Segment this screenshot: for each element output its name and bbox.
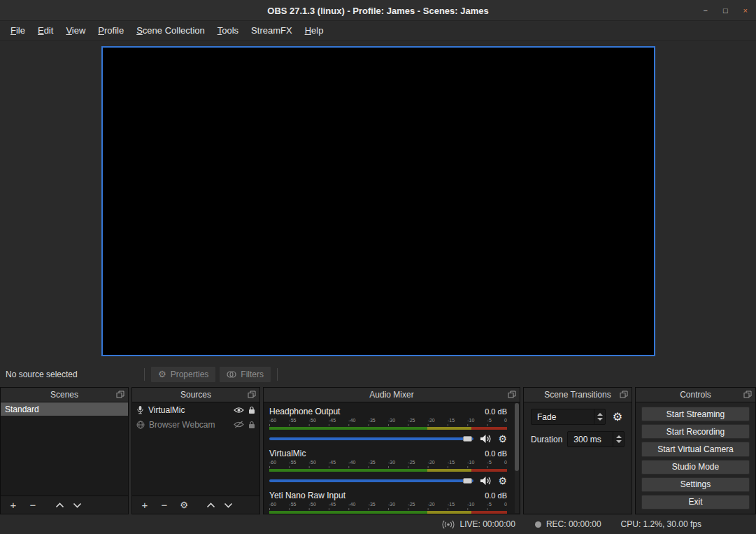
scene-transitions-dock-header[interactable]: Scene Transitions	[524, 388, 632, 402]
source-properties-gear-icon[interactable]: ⚙	[178, 500, 190, 510]
volume-slider[interactable]	[269, 433, 473, 445]
settings-button[interactable]: Settings	[641, 477, 750, 492]
lock-icon[interactable]	[248, 421, 255, 429]
source-item-browser-webcam[interactable]: Browser Webcam	[132, 417, 259, 432]
menu-tools[interactable]: Tools	[211, 22, 245, 39]
microphone-icon	[136, 405, 144, 414]
menu-bar: File Edit View Profile Scene Collection …	[0, 21, 756, 41]
scene-item-standard[interactable]: Standard	[1, 402, 128, 416]
minimize-icon[interactable]: −	[703, 7, 707, 15]
cpu-fps-stats: CPU: 1.2%, 30.00 fps	[621, 519, 701, 529]
menu-scene-collection[interactable]: Scene Collection	[130, 22, 211, 39]
scene-transitions-dock: Scene Transitions Fade ⚙	[523, 387, 632, 514]
menu-edit[interactable]: Edit	[31, 22, 59, 39]
menu-help[interactable]: Help	[299, 22, 330, 39]
popout-icon[interactable]	[508, 391, 516, 398]
sources-dock-header[interactable]: Sources	[132, 388, 259, 402]
transition-selected-value: Fade	[537, 412, 556, 422]
duration-spinbox[interactable]: 300 ms	[567, 431, 625, 447]
scenes-dock-header[interactable]: Scenes	[1, 388, 128, 402]
volume-slider-handle[interactable]	[463, 478, 472, 484]
volume-meter	[269, 427, 507, 430]
source-item-virtualmic[interactable]: VirtualMic	[132, 402, 259, 417]
menu-profile[interactable]: Profile	[92, 22, 130, 39]
exit-button[interactable]: Exit	[641, 495, 750, 510]
add-scene-icon[interactable]: +	[8, 500, 19, 510]
speaker-icon[interactable]	[480, 476, 492, 486]
volume-slider[interactable]	[269, 475, 473, 487]
popout-icon[interactable]	[116, 391, 124, 398]
toolbar-separator	[277, 368, 278, 381]
mixer-channel-virtualmic: VirtualMic 0.0 dB -60-55-50-45-40-35-30-…	[264, 447, 514, 489]
scene-name: Standard	[5, 405, 39, 414]
channel-name: VirtualMic	[269, 449, 306, 458]
popout-icon[interactable]	[620, 391, 628, 398]
scene-transitions-panel: Fade ⚙ Duration 300 ms	[524, 402, 632, 514]
channel-volume-db: 0.0 dB	[485, 407, 507, 416]
source-context-toolbar: No source selected ⚙ Properties Filters	[0, 361, 756, 387]
transition-select[interactable]: Fade	[531, 409, 606, 425]
status-bar: LIVE: 00:00:00 REC: 00:00:00 CPU: 1.2%, …	[0, 514, 756, 534]
toolbar-separator	[144, 368, 145, 381]
filters-button-label: Filters	[241, 370, 264, 379]
scenes-dock: Scenes Standard + −	[0, 387, 129, 514]
channel-volume-db: 0.0 dB	[485, 491, 507, 500]
visibility-eye-icon[interactable]	[234, 407, 244, 414]
filters-button[interactable]: Filters	[219, 366, 271, 383]
scenes-list: Standard	[1, 402, 128, 496]
mixer-channel-headphone-output: Headphone Output 0.0 dB -60-55-50-45-40-…	[264, 405, 514, 447]
duration-label: Duration	[531, 435, 562, 444]
combo-spinner-icon[interactable]	[594, 409, 605, 424]
speaker-icon[interactable]	[480, 434, 492, 444]
volume-meter	[269, 511, 507, 514]
controls-dock-header[interactable]: Controls	[636, 388, 755, 402]
remove-source-icon[interactable]: −	[159, 500, 170, 510]
channel-gear-icon[interactable]: ⚙	[498, 476, 507, 486]
program-preview[interactable]	[101, 46, 655, 356]
add-source-icon[interactable]: +	[139, 500, 150, 510]
live-time: LIVE: 00:00:00	[459, 519, 515, 529]
rec-status: REC: 00:00:00	[535, 519, 601, 529]
move-source-up-icon[interactable]	[206, 503, 215, 508]
start-streaming-button[interactable]: Start Streaming	[641, 407, 750, 421]
meter-scale: -60-55-50-45-40-35-30-25-20-15-10-50	[269, 460, 507, 465]
start-recording-button[interactable]: Start Recording	[641, 424, 750, 439]
lock-icon[interactable]	[248, 406, 255, 414]
meter-tick-marks	[269, 466, 507, 468]
popout-icon[interactable]	[743, 391, 752, 398]
meter-scale: -60-55-50-45-40-35-30-25-20-15-10-50	[269, 418, 507, 423]
audio-mixer-dock: Audio Mixer Headphone Output 0.0 dB -60-…	[263, 387, 520, 514]
window-controls: − □ ×	[703, 0, 748, 21]
channel-gear-icon[interactable]: ⚙	[498, 434, 507, 444]
transition-gear-icon[interactable]: ⚙	[611, 412, 625, 423]
move-source-down-icon[interactable]	[224, 503, 233, 508]
sources-toolbar: + − ⚙	[132, 496, 259, 514]
mixer-channel-yeti-nano-raw-input: Yeti Nano Raw Input 0.0 dB -60-55-50-45-…	[264, 489, 514, 514]
scenes-dock-title: Scenes	[50, 390, 78, 400]
start-virtual-camera-button[interactable]: Start Virtual Camera	[641, 442, 750, 456]
dock-area: Scenes Standard + −	[0, 387, 756, 514]
popout-icon[interactable]	[248, 391, 256, 398]
menu-streamfx[interactable]: StreamFX	[245, 22, 299, 39]
studio-mode-button[interactable]: Studio Mode	[641, 460, 750, 475]
maximize-icon[interactable]: □	[723, 7, 728, 15]
properties-button[interactable]: ⚙ Properties	[150, 366, 216, 383]
mixer-scrollbar[interactable]	[515, 403, 519, 513]
menu-view[interactable]: View	[59, 22, 92, 39]
remove-scene-icon[interactable]: −	[27, 500, 38, 510]
duration-value: 300 ms	[573, 435, 601, 444]
volume-slider-handle[interactable]	[463, 436, 472, 442]
visibility-eye-slash-icon[interactable]	[234, 421, 244, 428]
move-scene-up-icon[interactable]	[55, 503, 64, 508]
audio-mixer-dock-header[interactable]: Audio Mixer	[264, 388, 520, 402]
globe-icon	[136, 421, 145, 429]
menu-file[interactable]: File	[4, 22, 31, 39]
controls-dock-title: Controls	[680, 390, 711, 400]
close-icon[interactable]: ×	[743, 7, 748, 15]
duration-spinner-icon[interactable]	[613, 432, 624, 447]
title-bar[interactable]: OBS 27.1.3 (linux) - Profile: James - Sc…	[0, 0, 756, 21]
obs-window: OBS 27.1.3 (linux) - Profile: James - Sc…	[0, 0, 756, 534]
move-scene-down-icon[interactable]	[73, 503, 82, 508]
rec-time: REC: 00:00:00	[546, 519, 601, 529]
mixer-scrollbar-thumb[interactable]	[515, 403, 519, 471]
